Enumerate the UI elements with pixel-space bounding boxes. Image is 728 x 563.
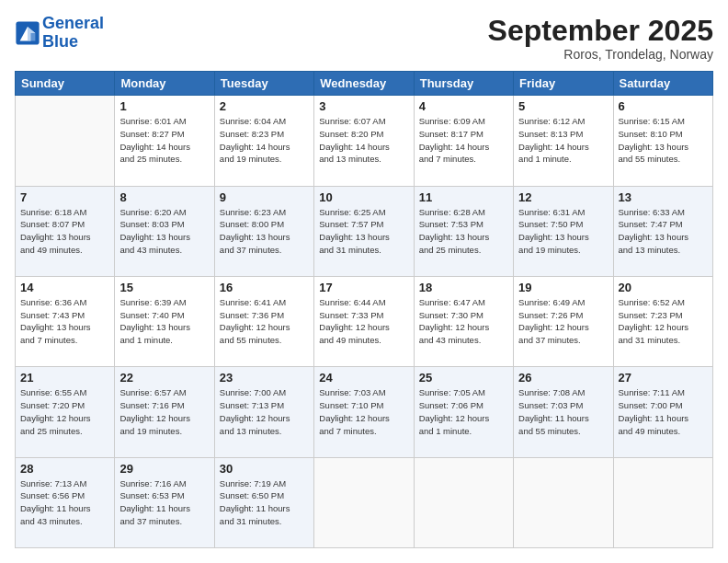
table-row: 22Sunrise: 6:57 AM Sunset: 7:16 PM Dayli… bbox=[115, 367, 214, 457]
day-number: 7 bbox=[20, 190, 109, 204]
day-number: 17 bbox=[319, 281, 408, 294]
table-row: 2Sunrise: 6:04 AM Sunset: 8:23 PM Daylig… bbox=[214, 96, 313, 186]
table-row: 25Sunrise: 7:05 AM Sunset: 7:06 PM Dayli… bbox=[414, 367, 513, 457]
logo-line2: Blue bbox=[42, 32, 78, 51]
calendar-week-row: 1Sunrise: 6:01 AM Sunset: 8:27 PM Daylig… bbox=[16, 96, 713, 186]
day-info: Sunrise: 7:13 AM Sunset: 6:56 PM Dayligh… bbox=[20, 477, 109, 528]
col-wednesday: Wednesday bbox=[314, 72, 414, 96]
day-number: 28 bbox=[20, 462, 109, 476]
day-number: 5 bbox=[518, 99, 608, 113]
table-row: 23Sunrise: 7:00 AM Sunset: 7:13 PM Dayli… bbox=[214, 367, 313, 457]
table-row: 12Sunrise: 6:31 AM Sunset: 7:50 PM Dayli… bbox=[514, 186, 613, 276]
table-row: 30Sunrise: 7:19 AM Sunset: 6:50 PM Dayli… bbox=[214, 457, 313, 547]
day-info: Sunrise: 6:52 AM Sunset: 7:23 PM Dayligh… bbox=[619, 296, 708, 347]
day-info: Sunrise: 6:12 AM Sunset: 8:13 PM Dayligh… bbox=[518, 115, 608, 166]
day-number: 23 bbox=[220, 371, 309, 385]
day-number: 27 bbox=[619, 371, 708, 385]
day-number: 3 bbox=[319, 99, 408, 113]
day-info: Sunrise: 6:04 AM Sunset: 8:23 PM Dayligh… bbox=[220, 115, 309, 166]
logo: General Blue bbox=[15, 15, 104, 52]
table-row: 18Sunrise: 6:47 AM Sunset: 7:30 PM Dayli… bbox=[414, 276, 513, 366]
day-number: 11 bbox=[419, 190, 508, 204]
day-number: 15 bbox=[119, 281, 209, 294]
page: General Blue September 2025 Roros, Trond… bbox=[0, 0, 728, 563]
day-info: Sunrise: 6:57 AM Sunset: 7:16 PM Dayligh… bbox=[119, 386, 209, 437]
table-row: 5Sunrise: 6:12 AM Sunset: 8:13 PM Daylig… bbox=[514, 96, 613, 186]
table-row bbox=[314, 457, 414, 547]
day-info: Sunrise: 7:11 AM Sunset: 7:00 PM Dayligh… bbox=[619, 386, 708, 437]
day-info: Sunrise: 6:36 AM Sunset: 7:43 PM Dayligh… bbox=[20, 296, 109, 347]
day-info: Sunrise: 6:23 AM Sunset: 8:00 PM Dayligh… bbox=[220, 206, 309, 257]
day-number: 19 bbox=[518, 281, 608, 294]
day-info: Sunrise: 6:39 AM Sunset: 7:40 PM Dayligh… bbox=[119, 296, 209, 347]
month-title: September 2025 bbox=[488, 15, 713, 47]
day-info: Sunrise: 7:08 AM Sunset: 7:03 PM Dayligh… bbox=[518, 386, 608, 437]
day-number: 16 bbox=[220, 281, 309, 294]
table-row: 10Sunrise: 6:25 AM Sunset: 7:57 PM Dayli… bbox=[314, 186, 414, 276]
day-info: Sunrise: 6:49 AM Sunset: 7:26 PM Dayligh… bbox=[518, 296, 608, 347]
calendar-week-row: 7Sunrise: 6:18 AM Sunset: 8:07 PM Daylig… bbox=[16, 186, 713, 276]
table-row: 29Sunrise: 7:16 AM Sunset: 6:53 PM Dayli… bbox=[115, 457, 214, 547]
table-row: 3Sunrise: 6:07 AM Sunset: 8:20 PM Daylig… bbox=[314, 96, 414, 186]
col-sunday: Sunday bbox=[16, 72, 115, 96]
col-thursday: Thursday bbox=[414, 72, 513, 96]
logo-icon bbox=[15, 20, 40, 46]
logo-text: General Blue bbox=[42, 15, 104, 52]
day-info: Sunrise: 6:07 AM Sunset: 8:20 PM Dayligh… bbox=[319, 115, 408, 166]
table-row bbox=[414, 457, 513, 547]
table-row: 19Sunrise: 6:49 AM Sunset: 7:26 PM Dayli… bbox=[514, 276, 613, 366]
day-number: 14 bbox=[20, 281, 109, 294]
day-info: Sunrise: 7:03 AM Sunset: 7:10 PM Dayligh… bbox=[319, 386, 408, 437]
col-friday: Friday bbox=[514, 72, 613, 96]
day-info: Sunrise: 6:31 AM Sunset: 7:50 PM Dayligh… bbox=[518, 206, 608, 257]
header: General Blue September 2025 Roros, Trond… bbox=[15, 15, 713, 62]
table-row: 6Sunrise: 6:15 AM Sunset: 8:10 PM Daylig… bbox=[613, 96, 712, 186]
logo-line1: General bbox=[42, 14, 104, 32]
day-info: Sunrise: 7:19 AM Sunset: 6:50 PM Dayligh… bbox=[220, 477, 309, 528]
day-info: Sunrise: 6:25 AM Sunset: 7:57 PM Dayligh… bbox=[319, 206, 408, 257]
day-number: 13 bbox=[619, 190, 708, 204]
table-row: 7Sunrise: 6:18 AM Sunset: 8:07 PM Daylig… bbox=[16, 186, 115, 276]
day-number: 22 bbox=[119, 371, 209, 385]
day-number: 12 bbox=[518, 190, 608, 204]
table-row: 15Sunrise: 6:39 AM Sunset: 7:40 PM Dayli… bbox=[115, 276, 214, 366]
table-row: 21Sunrise: 6:55 AM Sunset: 7:20 PM Dayli… bbox=[16, 367, 115, 457]
table-row: 28Sunrise: 7:13 AM Sunset: 6:56 PM Dayli… bbox=[16, 457, 115, 547]
day-number: 30 bbox=[220, 462, 309, 476]
day-number: 6 bbox=[619, 99, 708, 113]
day-info: Sunrise: 6:20 AM Sunset: 8:03 PM Dayligh… bbox=[119, 206, 209, 257]
day-number: 9 bbox=[220, 190, 309, 204]
table-row: 9Sunrise: 6:23 AM Sunset: 8:00 PM Daylig… bbox=[214, 186, 313, 276]
table-row bbox=[613, 457, 712, 547]
day-number: 18 bbox=[419, 281, 508, 294]
day-info: Sunrise: 6:47 AM Sunset: 7:30 PM Dayligh… bbox=[419, 296, 508, 347]
day-number: 26 bbox=[518, 371, 608, 385]
day-number: 24 bbox=[319, 371, 408, 385]
table-row: 11Sunrise: 6:28 AM Sunset: 7:53 PM Dayli… bbox=[414, 186, 513, 276]
day-number: 4 bbox=[419, 99, 508, 113]
table-row: 20Sunrise: 6:52 AM Sunset: 7:23 PM Dayli… bbox=[613, 276, 712, 366]
table-row: 8Sunrise: 6:20 AM Sunset: 8:03 PM Daylig… bbox=[115, 186, 214, 276]
day-info: Sunrise: 6:09 AM Sunset: 8:17 PM Dayligh… bbox=[419, 115, 508, 166]
col-monday: Monday bbox=[115, 72, 214, 96]
table-row: 17Sunrise: 6:44 AM Sunset: 7:33 PM Dayli… bbox=[314, 276, 414, 366]
day-info: Sunrise: 7:05 AM Sunset: 7:06 PM Dayligh… bbox=[419, 386, 508, 437]
title-area: September 2025 Roros, Trondelag, Norway bbox=[488, 15, 713, 62]
day-number: 20 bbox=[619, 281, 708, 294]
day-info: Sunrise: 6:15 AM Sunset: 8:10 PM Dayligh… bbox=[619, 115, 708, 166]
day-info: Sunrise: 7:00 AM Sunset: 7:13 PM Dayligh… bbox=[220, 386, 309, 437]
day-info: Sunrise: 6:28 AM Sunset: 7:53 PM Dayligh… bbox=[419, 206, 508, 257]
day-number: 25 bbox=[419, 371, 508, 385]
day-number: 29 bbox=[119, 462, 209, 476]
calendar-header-row: Sunday Monday Tuesday Wednesday Thursday… bbox=[16, 72, 713, 96]
day-number: 10 bbox=[319, 190, 408, 204]
day-number: 1 bbox=[119, 99, 209, 113]
day-number: 21 bbox=[20, 371, 109, 385]
table-row: 14Sunrise: 6:36 AM Sunset: 7:43 PM Dayli… bbox=[16, 276, 115, 366]
day-number: 8 bbox=[119, 190, 209, 204]
day-info: Sunrise: 7:16 AM Sunset: 6:53 PM Dayligh… bbox=[119, 477, 209, 528]
table-row: 1Sunrise: 6:01 AM Sunset: 8:27 PM Daylig… bbox=[115, 96, 214, 186]
day-info: Sunrise: 6:18 AM Sunset: 8:07 PM Dayligh… bbox=[20, 206, 109, 257]
table-row: 13Sunrise: 6:33 AM Sunset: 7:47 PM Dayli… bbox=[613, 186, 712, 276]
day-info: Sunrise: 6:44 AM Sunset: 7:33 PM Dayligh… bbox=[319, 296, 408, 347]
